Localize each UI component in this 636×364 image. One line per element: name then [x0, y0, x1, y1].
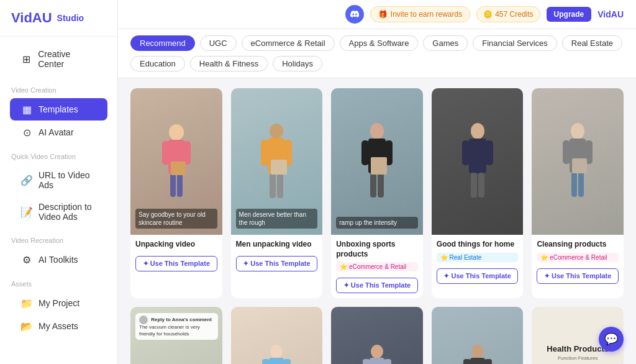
template-thumb: [231, 307, 323, 364]
template-card[interactable]: ✦ Use This Template: [432, 307, 524, 364]
svg-rect-18: [370, 173, 376, 198]
use-template-button[interactable]: ✦ Use This Template: [537, 268, 619, 284]
template-name: Men unpacking video: [236, 240, 318, 250]
template-thumb: [331, 307, 423, 364]
sidebar-item-url-to-video[interactable]: 🔗 URL to Video Ads: [10, 165, 107, 196]
template-card[interactable]: ramp up the intensity Unboxing sports pr…: [331, 88, 423, 298]
svg-rect-3: [183, 141, 191, 165]
filter-apps[interactable]: Apps & Software: [340, 35, 419, 51]
svg-point-0: [169, 124, 184, 140]
ai-avatar-icon: ⊙: [21, 127, 32, 138]
svg-rect-32: [578, 172, 584, 197]
svg-point-40: [270, 345, 283, 358]
use-template-button[interactable]: ✦ Use This Template: [336, 278, 418, 293]
sidebar-item-ai-avatar[interactable]: ⊙ AI Avatar: [10, 121, 107, 143]
svg-rect-49: [384, 359, 391, 364]
template-name: Unpacking video: [135, 240, 217, 250]
filter-holidays[interactable]: Holidays: [273, 56, 322, 71]
thumb-caption: Say goodbye to your old skincare routine: [135, 209, 217, 229]
template-info: Cleansing products ⭐ eCommerce & Retail: [532, 235, 624, 268]
template-card[interactable]: Good things for home ⭐ Real Estate ✦ Use…: [432, 88, 524, 298]
template-thumb: ramp up the intensity: [331, 88, 423, 235]
svg-rect-43: [283, 359, 291, 364]
creative-center-label: Creative Center: [38, 49, 96, 69]
upgrade-button[interactable]: Upgrade: [547, 7, 592, 22]
logo-studio: Studio: [57, 13, 84, 23]
use-template-button[interactable]: ✦ Use This Template: [236, 256, 318, 271]
template-info: Unpacking video: [130, 235, 222, 256]
invite-icon: 🎁: [378, 10, 388, 19]
template-grid-container: Say goodbye to your old skincare routine…: [118, 78, 636, 364]
credits-display[interactable]: 🪙 457 Credits: [476, 6, 540, 22]
svg-rect-19: [378, 173, 384, 198]
sidebar-item-creative-center[interactable]: ⊞ Creative Center: [10, 43, 107, 75]
desc-to-video-label: Description to Video Ads: [39, 202, 96, 222]
my-assets-label: My Assets: [39, 321, 78, 331]
section-label-assets: Assets: [0, 271, 117, 291]
chat-avatar: [139, 316, 148, 324]
template-card[interactable]: Say goodbye to your old skincare routine…: [130, 88, 222, 298]
sidebar-item-ai-toolkits[interactable]: ⚙ AI Toolkits: [10, 248, 107, 271]
filter-financial[interactable]: Financial Services: [473, 35, 557, 51]
svg-rect-33: [572, 158, 587, 173]
template-info: Men unpacking video: [231, 235, 323, 256]
logo-vidau: VidAU: [11, 10, 52, 26]
template-card[interactable]: Reply to Anna's comment The vacuum clean…: [130, 307, 222, 364]
template-card[interactable]: Cleansing products ⭐ eCommerce & Retail …: [532, 88, 624, 298]
ai-toolkits-label: AI Toolkits: [39, 255, 78, 265]
template-card[interactable]: ✦ Use This Template: [231, 307, 323, 364]
sidebar-item-templates[interactable]: ▦ Templates: [10, 98, 107, 121]
toolkits-icon: ⚙: [21, 254, 32, 265]
template-info: Unboxing sports products ⭐ eCommerce & R…: [331, 235, 423, 278]
template-card[interactable]: Men deserve better than the rough Men un…: [231, 88, 323, 298]
credits-icon: 🪙: [483, 10, 493, 19]
discord-button[interactable]: [345, 5, 364, 24]
svg-rect-13: [271, 160, 287, 175]
topbar: 🎁 Invite to earn rewards 🪙 457 Credits U…: [118, 0, 636, 29]
template-card[interactable]: ✦ Use This Template: [331, 307, 423, 364]
template-tag: ⭐ eCommerce & Retail: [336, 262, 418, 271]
svg-rect-4: [170, 173, 176, 197]
sidebar-item-my-assets[interactable]: 📂 My Assets: [10, 315, 107, 337]
svg-rect-42: [262, 359, 270, 364]
url-to-video-label: URL to Video Ads: [39, 170, 96, 190]
filter-recommend[interactable]: Recommend: [130, 35, 195, 51]
svg-rect-12: [277, 173, 283, 198]
filter-ecommerce[interactable]: eCommerce & Retail: [242, 35, 335, 51]
svg-rect-9: [261, 140, 269, 166]
use-template-button[interactable]: ✦ Use This Template: [135, 256, 217, 271]
template-name: Cleansing products: [537, 240, 619, 250]
filter-realestate[interactable]: Real Estate: [562, 35, 622, 51]
filter-health[interactable]: Health & Fitness: [190, 56, 268, 71]
svg-rect-54: [463, 359, 471, 364]
use-template-button[interactable]: ✦ Use This Template: [437, 268, 519, 284]
sidebar-item-my-project[interactable]: 📁 My Project: [10, 292, 107, 314]
template-thumb: [532, 88, 624, 235]
filter-ugc[interactable]: UGC: [200, 35, 237, 51]
filter-games[interactable]: Games: [423, 35, 468, 51]
creative-center-icon: ⊞: [21, 53, 32, 65]
thumb-figure: [231, 307, 323, 364]
thumb-figure: [532, 88, 624, 235]
template-grid: Say goodbye to your old skincare routine…: [130, 88, 624, 364]
filter-education[interactable]: Education: [130, 56, 185, 71]
my-project-label: My Project: [39, 298, 80, 308]
thumb-figure: [130, 332, 222, 364]
chat-fab-button[interactable]: 💬: [599, 327, 624, 352]
svg-rect-26: [478, 173, 484, 198]
thumb-caption: ramp up the intensity: [336, 217, 418, 229]
thumb-caption: Men deserve better than the rough: [236, 209, 318, 229]
filter-bar: Recommend UGC eCommerce & Retail Apps & …: [118, 29, 636, 78]
assets-icon: 📂: [21, 321, 32, 332]
template-tag: ⭐ Real Estate: [437, 253, 519, 262]
template-info: Good things for home ⭐ Real Estate: [432, 235, 524, 268]
svg-rect-6: [171, 162, 186, 175]
sidebar-item-desc-to-video[interactable]: 📝 Description to Video Ads: [10, 196, 107, 227]
svg-rect-20: [371, 157, 387, 175]
template-thumb: Reply to Anna's comment The vacuum clean…: [130, 307, 222, 364]
svg-point-14: [370, 123, 384, 139]
template-tag: ⭐ eCommerce & Retail: [537, 253, 619, 262]
invite-earn-button[interactable]: 🎁 Invite to earn rewards: [370, 6, 470, 22]
sidebar-logo: VidAU Studio: [0, 0, 117, 37]
project-icon: 📁: [21, 298, 32, 309]
